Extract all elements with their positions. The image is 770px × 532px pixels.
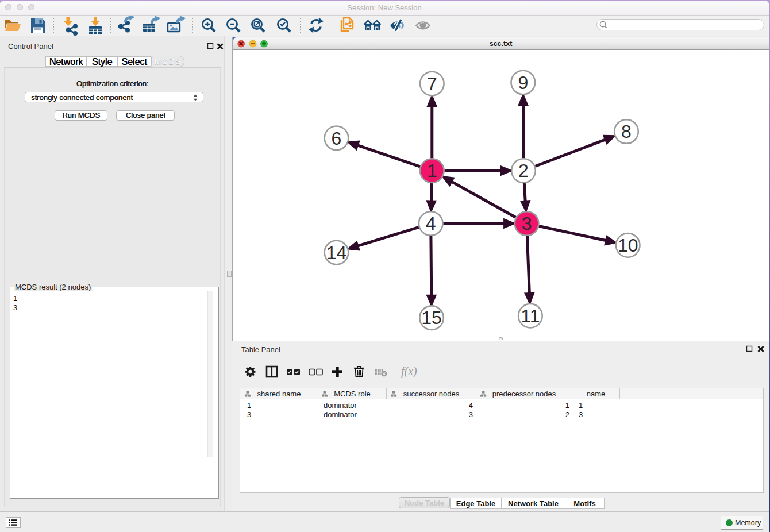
svg-text:14: 14 (326, 242, 347, 263)
svg-text:1: 1 (427, 160, 437, 181)
svg-text:6: 6 (332, 128, 342, 149)
svg-text:10: 10 (618, 235, 638, 256)
svg-text:8: 8 (621, 121, 632, 142)
svg-text:4: 4 (426, 213, 436, 234)
svg-text:11: 11 (521, 306, 540, 326)
svg-text:15: 15 (421, 307, 442, 328)
svg-text:f(x): f(x) (401, 365, 417, 378)
svg-text:9: 9 (518, 72, 528, 93)
svg-text:3: 3 (522, 213, 532, 234)
svg-text:7: 7 (427, 74, 437, 94)
svg-text:2: 2 (518, 160, 529, 181)
